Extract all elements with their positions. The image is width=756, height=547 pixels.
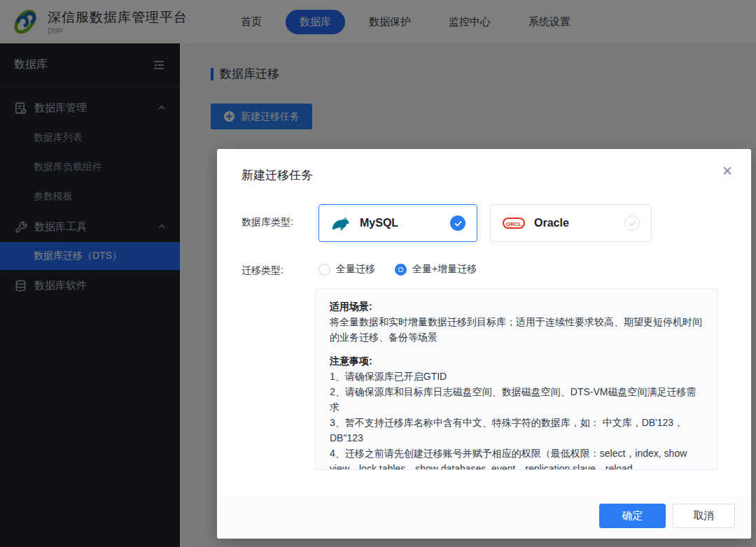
notice-item: 1、请确保源库已开启GTID bbox=[330, 369, 703, 384]
migration-notice-panel: 适用场景: 将全量数据和实时增量数据迁移到目标库；适用于连续性要求较高、期望更短… bbox=[315, 288, 718, 470]
close-icon[interactable]: ✕ bbox=[722, 164, 733, 178]
notes-title: 注意事项: bbox=[330, 355, 372, 367]
db-type-option-oracle[interactable]: ORCL Oracle bbox=[490, 204, 652, 242]
migration-type-options: 全量迁移 全量+增量迁移 bbox=[318, 262, 496, 276]
notice-item: 4、迁移之前请先创建迁移账号并赋予相应的权限（最低权限：select，index… bbox=[330, 446, 703, 470]
radio-label-full-incremental[interactable]: 全量+增量迁移 bbox=[412, 263, 477, 276]
modal-title: 新建迁移任务 bbox=[241, 167, 313, 183]
scene-title: 适用场景: bbox=[330, 301, 372, 312]
radio-full-plus-incremental[interactable] bbox=[395, 264, 407, 276]
selected-check-icon bbox=[450, 215, 465, 231]
create-migration-task-modal: 新建迁移任务 ✕ 数据库类型: MySQL ORCL Oracle 迁移类型: … bbox=[217, 149, 751, 539]
scene-text: 将全量数据和实时增量数据迁移到目标库；适用于连续性要求较高、期望更短停机时间的业… bbox=[330, 314, 703, 345]
unselected-check-icon bbox=[624, 215, 640, 231]
db-type-label: 数据库类型: bbox=[241, 216, 293, 229]
db-option-name: Oracle bbox=[534, 217, 569, 229]
notice-item: 3、暂不支持迁移库名称中含有中文、特殊字符的数据库，如： 中文库，DB'123，… bbox=[330, 415, 703, 446]
cancel-button[interactable]: 取消 bbox=[673, 504, 735, 528]
radio-label-full[interactable]: 全量迁移 bbox=[336, 263, 375, 276]
radio-full-migration[interactable] bbox=[318, 264, 330, 276]
confirm-button[interactable]: 确定 bbox=[599, 504, 666, 528]
db-type-option-mysql[interactable]: MySQL bbox=[318, 204, 477, 242]
modal-footer: 确定 取消 bbox=[217, 495, 751, 539]
mysql-dolphin-icon bbox=[330, 214, 351, 232]
migration-type-label: 迁移类型: bbox=[241, 264, 284, 277]
notice-item: 2、请确保源库和目标库日志磁盘空间、数据磁盘空间、DTS-VM磁盘空间满足迁移需… bbox=[330, 384, 703, 415]
svg-text:ORCL: ORCL bbox=[506, 221, 522, 227]
db-option-name: MySQL bbox=[360, 217, 398, 229]
oracle-icon: ORCL bbox=[502, 215, 526, 231]
